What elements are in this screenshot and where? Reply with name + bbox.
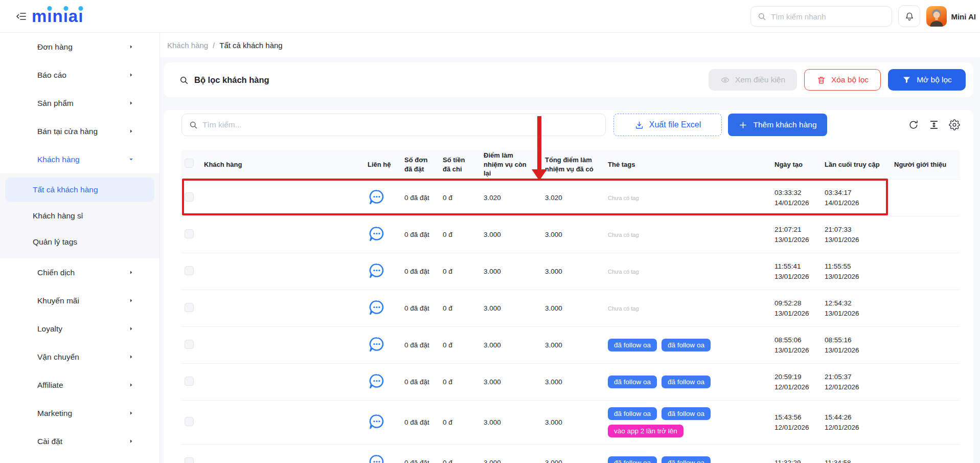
sidebar-item[interactable]: Khách hàng (0, 145, 159, 173)
chevron-right-icon (128, 382, 134, 388)
table-row[interactable]: 0 đã đặt 0 đ 3.000 3.000 đã follow oađã … (181, 401, 960, 445)
created-cell: 15:43:5612/01/2026 (774, 412, 825, 432)
sidebar-item[interactable]: Khuyến mãi (0, 286, 159, 315)
table-row[interactable]: 0 đã đặt 0 đ 3.000 3.000 đã follow oađã … (181, 364, 960, 401)
row-checkbox[interactable] (185, 303, 194, 312)
table-search-input[interactable] (202, 120, 581, 129)
row-checkbox[interactable] (185, 417, 194, 426)
no-tag-label: Chưa có tag (608, 232, 639, 238)
eye-icon (720, 75, 730, 85)
sidebar-item[interactable]: Đơn hàng (0, 33, 159, 61)
created-cell: 11:32:29 (774, 458, 825, 463)
breadcrumb-parent[interactable]: Khách hàng (167, 41, 208, 50)
points-total-cell: 3.000 (545, 418, 608, 426)
tags-cell: Chưa có tag (608, 268, 774, 275)
chat-icon[interactable] (368, 372, 386, 390)
col-last-access: Lần cuối truy cập (825, 160, 894, 169)
sidebar-subitem[interactable]: Khách hàng sỉ (5, 204, 154, 228)
sidebar-subitem[interactable]: Tất cả khách hàng (5, 178, 154, 202)
created-cell: 20:59:1912/01/2026 (774, 372, 825, 392)
gear-icon (18, 436, 29, 447)
clear-filter-button[interactable]: Xóa bộ lọc (804, 69, 881, 91)
avatar[interactable] (926, 6, 947, 27)
collapse-sidebar-icon[interactable] (15, 10, 28, 23)
row-height-icon[interactable] (928, 119, 940, 130)
sidebar-item[interactable]: Loyalty (0, 315, 159, 343)
row-checkbox[interactable] (185, 457, 194, 463)
row-checkbox[interactable] (185, 266, 194, 275)
tag-badge[interactable]: đã follow oa (662, 339, 711, 351)
chat-icon[interactable] (368, 188, 386, 206)
spent-cell: 0 đ (443, 304, 484, 312)
sidebar-item[interactable]: Sản phẩm (0, 89, 159, 117)
chat-icon[interactable] (368, 335, 386, 354)
view-conditions-button[interactable]: Xem điều kiện (709, 69, 797, 91)
chat-icon[interactable] (368, 453, 386, 463)
refresh-icon[interactable] (908, 119, 919, 130)
spent-cell: 0 đ (443, 268, 484, 275)
user-name: Mini AI (951, 12, 976, 21)
last-access-cell: 21:05:3712/01/2026 (825, 372, 894, 392)
sidebar-item[interactable]: Affiliate (0, 371, 159, 399)
chevron-right-icon (128, 410, 134, 416)
row-checkbox[interactable] (185, 377, 194, 386)
chevron-right-icon (128, 44, 134, 50)
filter-bar: Bộ lọc khách hàng Xem điều kiện Xóa bộ l… (164, 62, 973, 97)
caret-down-icon (128, 157, 134, 162)
tag-badge[interactable]: đã follow oa (608, 376, 657, 388)
main-content: Khách hàng / Tất cả khách hàng Bộ lọc kh… (160, 33, 980, 463)
sidebar-item[interactable]: Báo cáo (0, 61, 159, 89)
created-cell: 03:33:3214/01/2026 (774, 188, 825, 208)
sidebar-item[interactable]: Cài đặt (0, 427, 159, 455)
tag-badge[interactable]: đã follow oa (608, 339, 657, 351)
last-access-cell: 15:44:2612/01/2026 (825, 412, 894, 432)
open-filter-button[interactable]: Mở bộ lọc (888, 69, 966, 91)
add-customer-button[interactable]: Thêm khách hàng (728, 114, 827, 136)
points-remaining-cell: 3.000 (484, 231, 545, 238)
tag-badge[interactable]: đã follow oa (662, 376, 711, 388)
notifications-button[interactable] (898, 5, 920, 27)
breadcrumb: Khách hàng / Tất cả khách hàng (160, 33, 980, 57)
tag-badge[interactable]: đã follow oa (608, 456, 657, 463)
points-total-cell: 3.000 (545, 304, 608, 312)
sidebar-item[interactable]: Marketing (0, 399, 159, 427)
chevron-right-icon (128, 128, 134, 134)
created-cell: 09:52:2813/01/2026 (774, 298, 825, 318)
tag-badge[interactable]: đã follow oa (662, 407, 711, 420)
customers-table-card: Xuất file Excel Thêm khách hàng Khách hà… (164, 110, 973, 463)
points-total-cell: 3.000 (545, 459, 608, 463)
spent-cell: 0 đ (443, 194, 484, 202)
table-row[interactable]: 0 đã đặt 0 đ 3.020 3.020 Chưa có tag 03:… (181, 180, 960, 216)
tag-badge[interactable]: đã follow oa (608, 407, 657, 420)
sidebar-item[interactable]: Chiến dịch (0, 258, 159, 286)
select-all-checkbox[interactable] (185, 159, 194, 168)
col-points-total: Tổng điểm làm nhiệm vụ đã có (545, 156, 608, 173)
table-row[interactable]: 0 đã đặt 0 đ 3.000 3.000 đã follow oađã … (181, 445, 960, 463)
table-row[interactable]: 0 đã đặt 0 đ 3.000 3.000 Chưa có tag 21:… (181, 216, 960, 253)
global-search-input[interactable] (771, 12, 873, 21)
sidebar-item[interactable]: Bán tại cửa hàng (0, 117, 159, 145)
export-excel-button[interactable]: Xuất file Excel (613, 114, 722, 136)
sidebar-submenu: Tất cả khách hàngKhách hàng sỉQuản lý ta… (0, 173, 159, 258)
row-checkbox[interactable] (185, 192, 194, 202)
table-row[interactable]: 0 đã đặt 0 đ 3.000 3.000 Chưa có tag 11:… (181, 253, 960, 290)
col-contact: Liên hệ (368, 160, 404, 169)
customers-icon (18, 154, 29, 165)
sidebar-item[interactable]: Vận chuyển (0, 343, 159, 371)
chat-icon[interactable] (368, 298, 386, 317)
filter-title: Bộ lọc khách hàng (179, 75, 269, 85)
sidebar-subitem[interactable]: Quản lý tags (5, 230, 154, 254)
table-search[interactable] (181, 114, 606, 136)
chat-icon[interactable] (368, 261, 386, 280)
table-row[interactable]: 0 đã đặt 0 đ 3.000 3.000 đã follow oađã … (181, 327, 960, 364)
chat-icon[interactable] (368, 225, 386, 243)
gear-icon[interactable] (949, 119, 960, 130)
points-total-cell: 3.000 (545, 378, 608, 386)
row-checkbox[interactable] (185, 340, 194, 349)
row-checkbox[interactable] (185, 229, 194, 238)
table-row[interactable]: 0 đã đặt 0 đ 3.000 3.000 Chưa có tag 09:… (181, 290, 960, 327)
chat-icon[interactable] (368, 412, 386, 431)
tag-badge[interactable]: vào app 2 lần trở lên (608, 425, 683, 437)
global-search[interactable] (750, 6, 892, 27)
tag-badge[interactable]: đã follow oa (662, 456, 711, 463)
